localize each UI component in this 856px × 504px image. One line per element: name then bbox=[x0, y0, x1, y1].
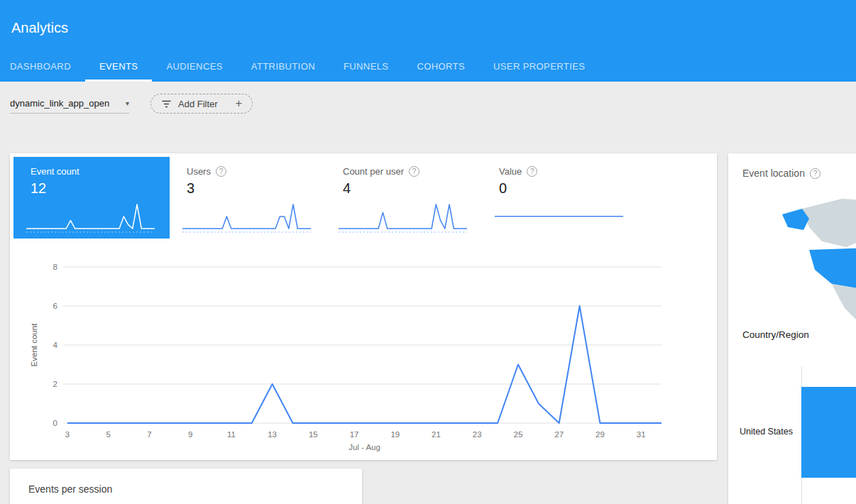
country-region-header: Country/Region bbox=[742, 329, 809, 340]
tab-funnels[interactable]: FUNNELS bbox=[329, 61, 402, 82]
svg-text:25: 25 bbox=[514, 430, 523, 439]
tab-events[interactable]: EVENTS bbox=[85, 61, 152, 82]
svg-text:5: 5 bbox=[106, 430, 111, 439]
svg-text:Jul - Aug: Jul - Aug bbox=[349, 443, 380, 451]
help-icon[interactable]: ? bbox=[409, 166, 419, 177]
add-filter-button[interactable]: Add Filter + bbox=[150, 94, 253, 114]
analytics-page: Analytics DASHBOARD EVENTS AUDIENCES ATT… bbox=[0, 0, 856, 504]
metric-value: 0 bbox=[499, 180, 621, 197]
svg-text:6: 6 bbox=[53, 302, 57, 310]
metric-label: Count per user bbox=[343, 166, 404, 177]
tab-cohorts[interactable]: COHORTS bbox=[402, 61, 479, 82]
chart-area: 0246835791113151719212325272931Jul - Aug bbox=[42, 256, 695, 461]
svg-text:21: 21 bbox=[432, 430, 441, 439]
svg-text:29: 29 bbox=[596, 430, 605, 439]
event-count-sparkline bbox=[25, 202, 156, 234]
metric-label: Value bbox=[499, 166, 522, 177]
svg-text:0: 0 bbox=[53, 419, 57, 427]
metric-label: Event count bbox=[31, 166, 79, 177]
users-sparkline bbox=[181, 202, 312, 234]
metric-tiles: Event count 12 Users ? 3 Count per user … bbox=[13, 157, 638, 239]
metric-tile-count-per-user[interactable]: Count per user ? 4 bbox=[326, 157, 482, 239]
events-per-session-title: Events per session bbox=[28, 483, 112, 495]
help-icon[interactable]: ? bbox=[216, 166, 226, 177]
y-axis-label: Event count bbox=[30, 302, 38, 388]
help-icon[interactable]: ? bbox=[527, 166, 537, 177]
svg-text:9: 9 bbox=[188, 430, 192, 439]
events-metrics-card: Event count 12 Users ? 3 Count per user … bbox=[10, 153, 717, 460]
svg-text:23: 23 bbox=[473, 430, 482, 439]
metric-tile-event-count[interactable]: Event count 12 bbox=[13, 157, 170, 239]
chevron-down-icon: ▾ bbox=[126, 99, 129, 107]
united-states-bar[interactable] bbox=[801, 387, 856, 478]
value-sparkline bbox=[493, 202, 625, 234]
app-header: Analytics DASHBOARD EVENTS AUDIENCES ATT… bbox=[0, 0, 856, 82]
tab-bar: DASHBOARD EVENTS AUDIENCES ATTRIBUTION F… bbox=[10, 61, 599, 82]
svg-text:11: 11 bbox=[227, 430, 236, 439]
country-row-label: United States bbox=[728, 427, 798, 437]
svg-text:17: 17 bbox=[350, 430, 359, 439]
tab-attribution[interactable]: ATTRIBUTION bbox=[237, 61, 329, 82]
canada-region bbox=[802, 199, 856, 247]
tab-dashboard[interactable]: DASHBOARD bbox=[10, 61, 85, 82]
count-per-user-sparkline bbox=[337, 202, 468, 234]
metric-value: 3 bbox=[187, 180, 309, 197]
svg-text:8: 8 bbox=[53, 263, 57, 271]
metric-label: Users bbox=[187, 166, 211, 177]
metric-value: 12 bbox=[31, 180, 153, 197]
svg-text:27: 27 bbox=[554, 430, 564, 439]
svg-text:13: 13 bbox=[268, 430, 277, 439]
svg-text:4: 4 bbox=[53, 341, 58, 349]
svg-text:15: 15 bbox=[309, 430, 318, 439]
add-filter-label: Add Filter bbox=[178, 99, 218, 109]
metric-value: 4 bbox=[343, 180, 465, 197]
svg-text:19: 19 bbox=[390, 430, 400, 439]
svg-text:2: 2 bbox=[53, 380, 57, 388]
filter-bar: dynamic_link_app_open ▾ Add Filter + bbox=[10, 94, 791, 116]
svg-text:31: 31 bbox=[637, 430, 646, 439]
svg-text:7: 7 bbox=[147, 430, 151, 439]
north-america-map[interactable] bbox=[778, 190, 856, 325]
event-location-title: Event location bbox=[742, 168, 805, 179]
metric-tile-value[interactable]: Value ? 0 bbox=[482, 157, 638, 239]
event-select-value: dynamic_link_app_open bbox=[10, 98, 109, 109]
filter-icon bbox=[161, 99, 172, 109]
tab-user-properties[interactable]: USER PROPERTIES bbox=[479, 61, 599, 82]
events-per-session-card: Events per session bbox=[10, 469, 362, 504]
event-count-line-chart[interactable]: 0246835791113151719212325272931Jul - Aug bbox=[42, 256, 695, 459]
plus-icon: + bbox=[236, 97, 242, 110]
tab-audiences[interactable]: AUDIENCES bbox=[152, 61, 236, 82]
event-select-dropdown[interactable]: dynamic_link_app_open ▾ bbox=[10, 94, 129, 114]
help-icon[interactable]: ? bbox=[810, 168, 821, 179]
metric-tile-users[interactable]: Users ? 3 bbox=[170, 157, 326, 239]
event-location-card: Event location ? Country/Region United S… bbox=[728, 153, 856, 504]
united-states-region bbox=[809, 247, 856, 288]
mexico-region bbox=[832, 284, 856, 321]
page-title: Analytics bbox=[11, 20, 68, 36]
svg-text:3: 3 bbox=[65, 430, 70, 439]
